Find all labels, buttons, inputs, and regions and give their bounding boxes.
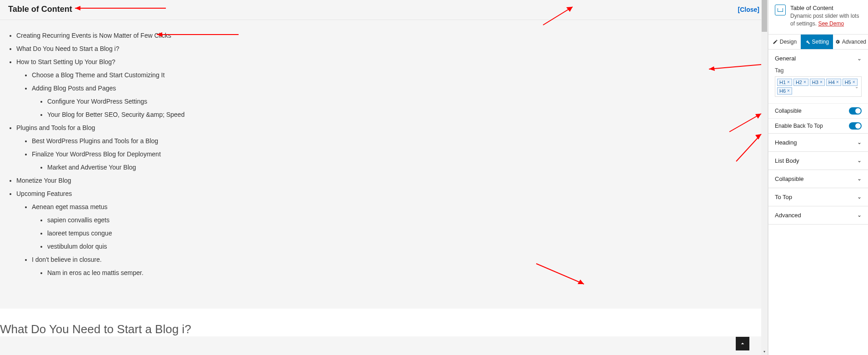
editor-canvas: Table of Content [Close] Creating Recurr… <box>0 0 768 355</box>
toc-item[interactable]: sapien convallis egets <box>47 215 764 225</box>
toc-title: Table of Content <box>8 5 72 14</box>
tag-field-label: Tag <box>775 67 862 74</box>
tag-chip: H3× <box>810 79 825 86</box>
tag-select[interactable]: H1× H2× H3× H4× H5× H6× ⌄ <box>775 76 862 97</box>
toc-item[interactable]: Your Blog for Better SEO, Security &amp;… <box>47 110 764 120</box>
toc-item[interactable]: How to Start Setting Up Your Blog? Choos… <box>16 57 764 120</box>
tag-chip: H4× <box>826 79 841 86</box>
pen-icon <box>773 39 778 45</box>
panel-general: General ⌃ Tag H1× H2× H3× H4× H5× H6× ⌄ … <box>768 50 868 134</box>
toc-list: Creating Recurring Events is Now Matter … <box>0 20 768 290</box>
scrollbar-thumb[interactable] <box>762 0 767 32</box>
block-name: Table of Content <box>790 5 862 11</box>
collapsible-label: Collapsible <box>775 108 802 114</box>
block-info: Table of Content Dynamic post slider wit… <box>768 0 868 34</box>
chevron-down-icon: ⌄ <box>857 194 862 200</box>
toc-item[interactable]: Configure Your WordPress Settings <box>47 97 764 106</box>
panel-totop-toggle[interactable]: To Top⌄ <box>768 188 868 206</box>
panel-listbody-toggle[interactable]: List Body⌄ <box>768 152 868 170</box>
toc-item[interactable]: Monetize Your Blog <box>16 176 764 185</box>
tab-setting[interactable]: Setting <box>801 35 833 49</box>
back-to-top-button[interactable] <box>736 337 749 350</box>
toc-item[interactable]: Adding Blog Posts and Pages Configure Yo… <box>32 84 764 120</box>
backtotop-toggle[interactable] <box>849 122 862 130</box>
toc-item[interactable]: Best WordPress Plugins and Tools for a B… <box>32 136 764 146</box>
backtotop-toggle-row: Enable Back To Top <box>768 118 868 133</box>
toc-header: Table of Content [Close] <box>0 0 768 20</box>
chevron-up-icon: ⌃ <box>857 55 862 61</box>
backtotop-label: Enable Back To Top <box>775 123 823 129</box>
toc-item[interactable]: Finalize Your WordPress Blog for Deploym… <box>32 150 764 172</box>
tag-remove[interactable]: × <box>787 88 790 93</box>
wrench-icon <box>805 39 810 45</box>
collapsible-toggle-row: Collapsible <box>768 103 868 118</box>
toc-item[interactable]: I don't believe in closure. Nam in eros … <box>32 255 764 278</box>
toc-item[interactable]: Upcoming Features Aenean eget massa metu… <box>16 189 764 278</box>
toc-item[interactable]: What Do You Need to Start a Blog i? <box>16 44 764 54</box>
tab-advanced[interactable]: Advanced <box>833 35 868 49</box>
toc-item[interactable]: Plugins and Tools for a Blog Best WordPr… <box>16 123 764 172</box>
chevron-down-icon: ⌄ <box>855 84 858 89</box>
toc-item[interactable]: Aenean eget massa metus sapien convallis… <box>32 202 764 251</box>
toc-item[interactable]: Market and Advertise Your Blog <box>47 163 764 172</box>
toc-item[interactable]: laoreet tempus congue <box>47 229 764 238</box>
toc-item[interactable]: Creating Recurring Events is Now Matter … <box>16 31 764 40</box>
inspector-tabs: Design Setting Advanced <box>768 34 868 50</box>
toc-item[interactable]: Choose a Blog Theme and Start Customizin… <box>32 70 764 80</box>
toc-block-icon <box>775 5 786 15</box>
post-heading: What Do You Need to Start a Blog i? <box>0 309 768 336</box>
tag-remove[interactable]: × <box>820 80 823 85</box>
inspector-sidebar: Table of Content Dynamic post slider wit… <box>768 0 868 355</box>
tag-remove[interactable]: × <box>836 80 839 85</box>
chevron-down-icon: ⌄ <box>857 175 862 182</box>
tag-remove[interactable]: × <box>803 80 806 85</box>
tag-chip: H6× <box>777 87 792 95</box>
panel-advanced-toggle[interactable]: Advanced⌄ <box>768 206 868 224</box>
toc-item[interactable]: vestibulum dolor quis <box>47 242 764 251</box>
collapsible-toggle[interactable] <box>849 107 862 115</box>
block-description: Dynamic post slider with lots of setting… <box>790 12 862 28</box>
scrollbar-down-arrow[interactable]: ▾ <box>761 348 768 355</box>
chevron-down-icon: ⌄ <box>857 139 862 145</box>
tag-chip: H2× <box>793 79 808 86</box>
toc-item[interactable]: Nam in eros ac leo mattis semper. <box>47 268 764 278</box>
tag-remove[interactable]: × <box>787 80 790 85</box>
chevron-up-icon <box>739 340 746 347</box>
panel-collapsible-toggle[interactable]: Collapsible⌄ <box>768 170 868 188</box>
tab-design[interactable]: Design <box>768 35 801 49</box>
panel-heading-toggle[interactable]: Heading⌄ <box>768 134 868 151</box>
tag-chip: H1× <box>777 79 792 86</box>
toc-close-button[interactable]: [Close] <box>738 6 759 13</box>
gear-icon <box>835 39 840 45</box>
chevron-down-icon: ⌄ <box>857 157 862 164</box>
panel-general-toggle[interactable]: General ⌃ <box>768 50 868 67</box>
see-demo-link[interactable]: See Demo <box>818 20 844 27</box>
editor-scrollbar[interactable]: ▾ <box>761 0 768 355</box>
chevron-down-icon: ⌄ <box>857 212 862 218</box>
